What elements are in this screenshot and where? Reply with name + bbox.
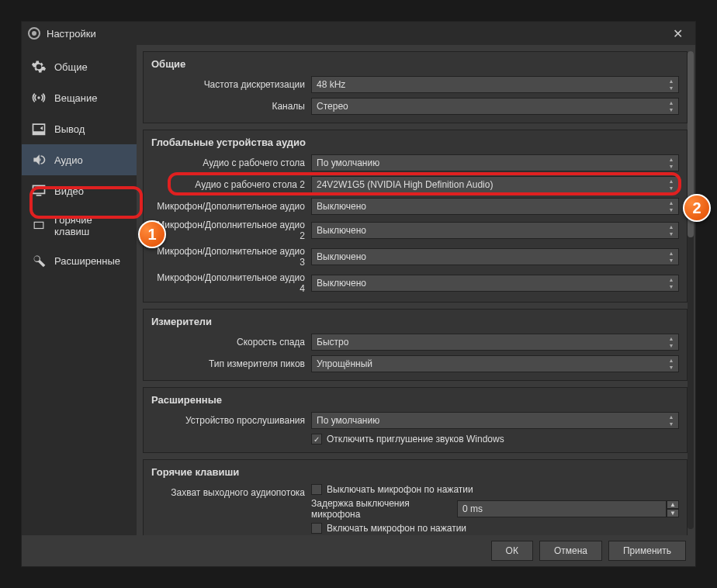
desktop-audio-2-label: Аудио с рабочего стола 2 bbox=[151, 179, 305, 190]
sidebar-item-advanced[interactable]: Расширенные bbox=[22, 245, 137, 276]
sidebar-item-label: Горячие клавиш bbox=[54, 214, 127, 237]
mute-push-label: Выключать микрофон по нажатии bbox=[327, 484, 473, 495]
badge-1: 1 bbox=[138, 220, 166, 248]
tools-icon bbox=[31, 253, 47, 268]
desktop-audio-label: Аудио с рабочего стола bbox=[151, 157, 305, 168]
mic-2-label: Микрофон/Дополнительное аудио 2 bbox=[151, 220, 305, 241]
sidebar-item-output[interactable]: Вывод bbox=[22, 113, 137, 144]
mute-delay-input[interactable]: 0 ms bbox=[457, 500, 667, 517]
sidebar-item-label: Вещание bbox=[54, 92, 98, 104]
mic-2-select[interactable]: Выключено▲▼ bbox=[311, 222, 679, 239]
decay-select[interactable]: Быстро▲▼ bbox=[311, 334, 679, 351]
group-general: Общие Частота дискретизации 48 kHz▲▼ Кан… bbox=[143, 51, 688, 123]
sidebar-item-audio[interactable]: Аудио bbox=[22, 144, 137, 175]
mute-windows-row: ✓ Отключить приглушение звуков Windows bbox=[311, 434, 504, 444]
cancel-button[interactable]: Отмена bbox=[539, 541, 602, 561]
monitor-label: Устройство прослушивания bbox=[151, 415, 305, 426]
unmute-push-checkbox[interactable] bbox=[311, 523, 322, 534]
content-area: Общие Частота дискретизации 48 kHz▲▼ Кан… bbox=[137, 45, 695, 535]
mic-1-label: Микрофон/Дополнительное аудио bbox=[151, 201, 305, 212]
sidebar-item-label: Расширенные bbox=[54, 255, 120, 267]
sidebar: Общие Вещание Вывод Аудио Видео Горячие … bbox=[22, 45, 137, 535]
mute-windows-checkbox[interactable]: ✓ bbox=[311, 434, 322, 444]
sample-rate-label: Частота дискретизации bbox=[151, 79, 305, 90]
sidebar-item-label: Общие bbox=[54, 61, 88, 73]
keyboard-icon bbox=[31, 218, 47, 233]
badge-2: 2 bbox=[683, 194, 711, 222]
footer: ОК Отмена Применить bbox=[22, 535, 695, 566]
capture-label: Захват выходного аудиопотока bbox=[151, 484, 305, 498]
window-title: Настройки bbox=[47, 28, 96, 40]
peak-label: Тип измерителя пиков bbox=[151, 358, 305, 369]
output-icon bbox=[31, 121, 47, 137]
apply-button[interactable]: Применить bbox=[608, 541, 686, 561]
settings-window: Настройки ✕ Общие Вещание Вывод Аудио bbox=[21, 21, 696, 567]
sidebar-item-label: Аудио bbox=[54, 154, 83, 166]
sample-rate-select[interactable]: 48 kHz▲▼ bbox=[311, 76, 679, 93]
desktop-audio-2-select[interactable]: 24V2W1G5 (NVIDIA High Definition Audio)▲… bbox=[311, 176, 679, 193]
desktop-audio-select[interactable]: По умолчанию▲▼ bbox=[311, 154, 679, 171]
channels-label: Каналы bbox=[151, 101, 305, 112]
sidebar-item-hotkeys[interactable]: Горячие клавиш bbox=[22, 206, 137, 245]
scrollbar[interactable] bbox=[688, 51, 694, 529]
sidebar-item-label: Видео bbox=[54, 185, 84, 197]
group-title: Общие bbox=[151, 58, 679, 70]
group-title: Горячие клавиши bbox=[151, 466, 679, 478]
mic-4-select[interactable]: Выключено▲▼ bbox=[311, 275, 679, 292]
close-button[interactable]: ✕ bbox=[666, 26, 689, 41]
group-hotkeys: Горячие клавиши Захват выходного аудиопо… bbox=[143, 459, 688, 535]
antenna-icon bbox=[31, 90, 47, 105]
sidebar-item-video[interactable]: Видео bbox=[22, 175, 137, 206]
speaker-icon bbox=[31, 152, 47, 168]
sidebar-item-stream[interactable]: Вещание bbox=[22, 82, 137, 113]
group-devices: Глобальные устройства аудио Аудио с рабо… bbox=[143, 130, 688, 303]
spin-up[interactable]: ▲ bbox=[667, 500, 679, 509]
mic-1-select[interactable]: Выключено▲▼ bbox=[311, 198, 679, 215]
mic-3-select[interactable]: Выключено▲▼ bbox=[311, 248, 679, 265]
group-title: Глобальные устройства аудио bbox=[151, 137, 679, 148]
mute-push-checkbox[interactable] bbox=[311, 484, 322, 495]
spin-down[interactable]: ▼ bbox=[667, 509, 679, 517]
group-meters: Измерители Скорость спада Быстро▲▼ Тип и… bbox=[143, 309, 688, 381]
gear-icon bbox=[31, 59, 47, 74]
group-title: Измерители bbox=[151, 316, 679, 327]
monitor-select[interactable]: По умолчанию▲▼ bbox=[311, 412, 679, 429]
mic-4-label: Микрофон/Дополнительное аудио 4 bbox=[151, 272, 305, 294]
unmute-push-label: Включать микрофон по нажатии bbox=[327, 523, 466, 534]
ok-button[interactable]: ОК bbox=[491, 541, 533, 561]
peak-select[interactable]: Упрощённый▲▼ bbox=[311, 355, 679, 372]
app-logo-icon bbox=[28, 27, 40, 40]
channels-select[interactable]: Стерео▲▼ bbox=[311, 98, 679, 115]
sidebar-item-general[interactable]: Общие bbox=[22, 51, 137, 82]
titlebar: Настройки ✕ bbox=[22, 22, 695, 45]
decay-label: Скорость спада bbox=[151, 337, 305, 348]
mute-windows-label: Отключить приглушение звуков Windows bbox=[327, 434, 504, 444]
mute-delay-label: Задержка выключения микрофона bbox=[311, 498, 451, 520]
monitor-icon bbox=[31, 183, 47, 199]
group-title: Расширенные bbox=[151, 394, 679, 406]
sidebar-item-label: Вывод bbox=[54, 123, 85, 135]
mic-3-label: Микрофон/Дополнительное аудио 3 bbox=[151, 246, 305, 268]
svg-rect-0 bbox=[34, 222, 43, 228]
group-advanced: Расширенные Устройство прослушивания По … bbox=[143, 387, 688, 453]
